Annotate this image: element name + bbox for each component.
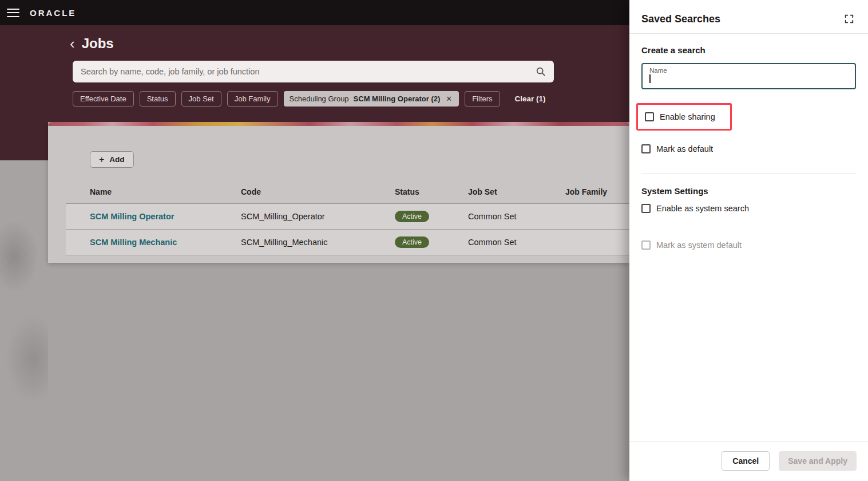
column-header-job-set[interactable]: Job Set <box>468 187 565 196</box>
app-window: ORACLE ‹ Jobs Effective Date Status Job … <box>0 0 868 481</box>
enable-sharing-row[interactable]: Enable sharing <box>645 112 715 121</box>
mark-system-default-checkbox <box>641 240 651 250</box>
job-code-cell: SCM_Milling_Mechanic <box>241 238 395 247</box>
search-bar[interactable] <box>73 61 554 82</box>
menu-icon[interactable] <box>7 9 19 17</box>
jobs-results-card: + Add Name Code Status Job Set Job Famil… <box>48 122 629 263</box>
jobs-table: Name Code Status Job Set Job Family SCM … <box>66 183 629 255</box>
close-icon[interactable]: ✕ <box>445 94 453 103</box>
add-button-label: Add <box>109 155 124 164</box>
oracle-logo: ORACLE <box>30 8 76 18</box>
enable-sharing-checkbox[interactable] <box>645 112 654 121</box>
job-code-cell: SCM_Milling_Operator <box>241 212 395 221</box>
active-filter-label: Scheduling Group <box>290 94 349 103</box>
decorative-stripe <box>48 122 629 126</box>
page-title: Jobs <box>82 36 114 52</box>
job-name-link[interactable]: SCM Milling Mechanic <box>90 238 241 247</box>
column-header-job-family[interactable]: Job Family <box>565 187 629 196</box>
save-and-apply-button[interactable]: Save and Apply <box>779 451 857 471</box>
chip-job-set[interactable]: Job Set <box>181 91 221 107</box>
column-header-code[interactable]: Code <box>241 187 395 196</box>
mark-default-row[interactable]: Mark as default <box>641 144 856 153</box>
status-badge: Active <box>395 211 429 222</box>
filters-button[interactable]: Filters <box>465 91 500 107</box>
column-header-name[interactable]: Name <box>90 187 241 196</box>
add-job-button[interactable]: + Add <box>90 151 134 168</box>
status-badge: Active <box>395 236 429 248</box>
name-field-label: Name <box>649 67 848 74</box>
mark-system-default-row: Mark as system default <box>641 240 856 250</box>
enable-system-search-row[interactable]: Enable as system search <box>641 204 856 213</box>
enable-system-search-checkbox[interactable] <box>641 204 651 213</box>
create-search-heading: Create a search <box>641 45 856 55</box>
left-decorative-strip <box>0 160 48 481</box>
drawer-title: Saved Searches <box>641 13 720 25</box>
clear-filters-link[interactable]: Clear (1) <box>515 94 546 103</box>
active-filter-value: SCM Milling Operator (2) <box>354 94 441 103</box>
active-filter-chip[interactable]: Scheduling Group SCM Milling Operator (2… <box>284 91 459 107</box>
chip-status[interactable]: Status <box>140 91 176 107</box>
search-input[interactable] <box>81 67 536 76</box>
saved-searches-drawer: Saved Searches Create a search Name Enab… <box>629 0 868 481</box>
mark-default-checkbox[interactable] <box>641 144 651 153</box>
chip-job-family[interactable]: Job Family <box>227 91 278 107</box>
enable-system-search-label: Enable as system search <box>656 204 749 213</box>
search-name-input[interactable]: Name <box>641 63 856 89</box>
job-name-link[interactable]: SCM Milling Operator <box>90 212 241 221</box>
column-header-status[interactable]: Status <box>395 187 468 196</box>
table-header-row: Name Code Status Job Set Job Family <box>66 183 629 204</box>
mark-system-default-label: Mark as system default <box>656 240 742 250</box>
cancel-button[interactable]: Cancel <box>722 451 770 471</box>
chip-effective-date[interactable]: Effective Date <box>73 91 134 107</box>
system-settings-heading: System Settings <box>641 186 856 196</box>
left-maroon-block <box>0 122 48 160</box>
job-set-cell: Common Set <box>468 238 565 247</box>
plus-icon: + <box>99 156 104 164</box>
mark-default-label: Mark as default <box>656 144 713 153</box>
job-set-cell: Common Set <box>468 212 565 221</box>
expand-icon[interactable] <box>843 13 855 25</box>
table-row[interactable]: SCM Milling Operator SCM_Milling_Operato… <box>66 204 629 230</box>
search-icon[interactable] <box>536 66 546 77</box>
section-divider <box>641 173 856 174</box>
text-cursor <box>649 74 651 83</box>
filter-chip-row: Effective Date Status Job Set Job Family… <box>73 91 546 107</box>
back-chevron-icon[interactable]: ‹ <box>70 36 75 51</box>
enable-sharing-label: Enable sharing <box>660 112 715 121</box>
top-navigation-bar: ORACLE <box>0 0 629 25</box>
page-header-band: ‹ Jobs Effective Date Status Job Set Job… <box>0 25 629 122</box>
drawer-footer: Cancel Save and Apply <box>629 441 868 481</box>
red-highlight-annotation: Enable sharing <box>636 103 732 131</box>
table-row[interactable]: SCM Milling Mechanic SCM_Milling_Mechani… <box>66 230 629 255</box>
